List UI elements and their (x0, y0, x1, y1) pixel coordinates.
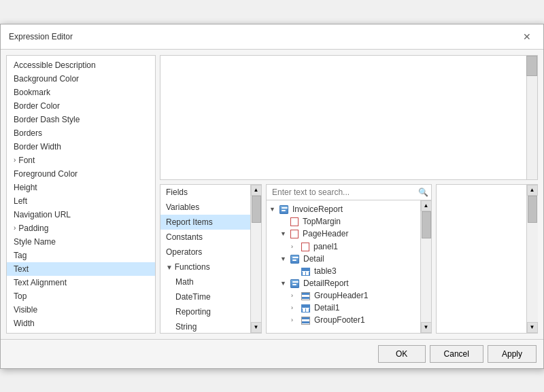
property-item[interactable]: Style Name (7, 235, 155, 249)
property-item[interactable]: Borders (7, 126, 155, 140)
property-item[interactable]: Border Color (7, 99, 155, 113)
tree-item[interactable]: ▼PageHeader (267, 228, 420, 240)
property-item[interactable]: ›Padding (7, 221, 155, 235)
right-scroll-track (527, 196, 538, 322)
property-label: Text Alignment (14, 278, 67, 287)
tree-chevron-icon: › (291, 243, 299, 250)
tree-node-icon (301, 266, 310, 276)
tree-item[interactable]: ▼InvoiceReport (267, 203, 420, 215)
search-input[interactable] (269, 186, 418, 198)
tree-item[interactable]: TopMargin (267, 215, 420, 228)
tree-scrollbar[interactable]: ▲ ▼ (420, 200, 431, 333)
property-label: Background Color (14, 74, 79, 84)
tree-item[interactable]: ▼Detail (267, 253, 420, 265)
property-item[interactable]: Text (7, 262, 155, 276)
expression-editor-area[interactable] (160, 55, 538, 180)
property-label: Border Width (14, 142, 61, 152)
right-scroll-up[interactable]: ▲ (527, 185, 538, 196)
tree-scroll-wrapper: ▼InvoiceReportTopMargin▼PageHeader›panel… (267, 200, 431, 333)
tree-scroll-track (421, 211, 432, 322)
property-item[interactable]: ›Font (7, 154, 155, 167)
expand-arrow-icon: › (14, 156, 16, 164)
fields-list: FieldsVariablesReport ItemsConstantsOper… (160, 185, 250, 333)
property-item[interactable]: Tag (7, 249, 155, 262)
properties-list: Accessible DescriptionBackground ColorBo… (7, 56, 155, 333)
main-area: FieldsVariablesReport ItemsConstantsOper… (160, 55, 538, 334)
properties-panel: Accessible DescriptionBackground ColorBo… (6, 55, 156, 334)
tree-item[interactable]: ›GroupFooter1 (267, 314, 420, 326)
fields-scroll-thumb[interactable] (252, 196, 261, 223)
field-item[interactable]: Variables (160, 200, 250, 215)
tree-scroll-up[interactable]: ▲ (421, 200, 432, 211)
tree-scroll-down[interactable]: ▼ (421, 322, 432, 333)
field-label: Operators (166, 247, 202, 257)
property-item[interactable]: Width (7, 317, 155, 330)
field-label: Functions (175, 262, 210, 272)
tree-chevron-icon: ▼ (280, 280, 288, 287)
tree-node-label: Detail (303, 254, 324, 264)
property-item[interactable]: Border Dash Style (7, 113, 155, 126)
property-item[interactable]: Top (7, 289, 155, 303)
tree-scroll-thumb[interactable] (422, 211, 431, 238)
tree-list: ▼InvoiceReportTopMargin▼PageHeader›panel… (267, 200, 420, 333)
ok-button[interactable]: OK (378, 345, 426, 363)
field-item[interactable]: Operators (160, 245, 250, 260)
tree-item[interactable]: ▼DetailReport (267, 277, 420, 289)
property-item[interactable]: Accessible Description (7, 58, 155, 72)
right-scrollbar[interactable]: ▲ ▼ (526, 185, 537, 333)
fields-scrollbar[interactable]: ▲ ▼ (250, 185, 261, 333)
expand-arrow-icon: › (14, 224, 16, 232)
field-item[interactable]: Reporting (160, 304, 250, 319)
tree-chevron-icon: ▼ (280, 255, 288, 262)
field-label: Math (175, 277, 194, 287)
property-item[interactable]: Text Alignment (7, 276, 155, 289)
cancel-button[interactable]: Cancel (430, 345, 483, 363)
property-label: Font (18, 156, 35, 165)
tree-node-label: TopMargin (303, 217, 341, 226)
property-label: Height (14, 183, 37, 192)
property-item[interactable]: Border Width (7, 140, 155, 154)
field-label: Report Items (166, 217, 213, 227)
property-item[interactable]: Visible (7, 303, 155, 317)
property-item[interactable]: Navigation URL (7, 208, 155, 221)
property-item[interactable]: Bookmark (7, 86, 155, 99)
property-item[interactable]: Background Color (7, 72, 155, 86)
tree-item[interactable]: ›GroupHeader1 (267, 289, 420, 302)
apply-button[interactable]: Apply (488, 345, 537, 363)
right-scroll-thumb[interactable] (528, 196, 537, 223)
tree-chevron-icon: ▼ (280, 230, 288, 237)
property-label: Borders (14, 128, 42, 138)
field-label: String (175, 322, 197, 332)
field-item[interactable]: Report Items (160, 215, 250, 230)
property-label: Border Dash Style (14, 115, 80, 124)
tree-chevron-icon: › (291, 317, 299, 323)
tree-node-label: panel1 (313, 242, 338, 251)
field-item[interactable]: ▼ Functions (160, 260, 250, 274)
property-label: Left (14, 196, 27, 206)
tree-item[interactable]: table3 (267, 265, 420, 277)
field-item[interactable]: Constants (160, 230, 250, 245)
property-label: Text (14, 264, 29, 274)
property-item[interactable]: Height (7, 181, 155, 194)
scroll-up-btn[interactable]: ▲ (251, 185, 262, 196)
scroll-down-btn[interactable]: ▼ (251, 322, 262, 333)
property-label: Navigation URL (14, 210, 71, 219)
tree-item[interactable]: ›panel1 (267, 240, 420, 252)
editor-scrollbar[interactable] (526, 56, 537, 179)
field-item[interactable]: Fields (160, 185, 250, 200)
field-item[interactable]: Math (160, 274, 250, 289)
search-bar: 🔍 (267, 185, 431, 200)
close-button[interactable]: ✕ (519, 30, 535, 43)
title-bar: Expression Editor ✕ (1, 24, 543, 50)
tree-node-icon (301, 315, 310, 325)
field-item[interactable]: String (160, 319, 250, 333)
tree-item[interactable]: ›Detail1 (267, 302, 420, 314)
bottom-panels: FieldsVariablesReport ItemsConstantsOper… (160, 184, 538, 334)
field-label: Fields (166, 188, 188, 197)
tree-node-label: Detail1 (314, 303, 339, 313)
property-item[interactable]: Foreground Color (7, 167, 155, 181)
property-item[interactable]: Left (7, 194, 155, 208)
right-scroll-down[interactable]: ▼ (527, 322, 538, 333)
field-item[interactable]: DateTime (160, 289, 250, 304)
tree-node-label: GroupFooter1 (314, 315, 365, 325)
